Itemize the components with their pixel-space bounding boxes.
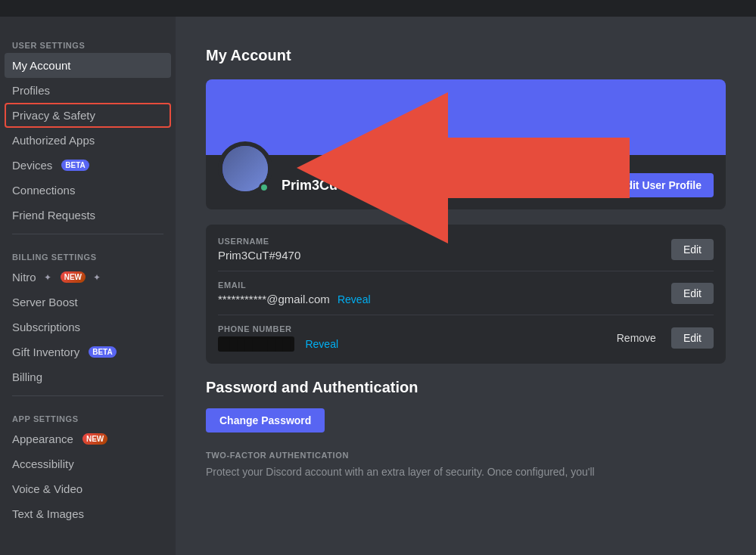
phone-reveal-link[interactable]: Reveal [305, 338, 338, 350]
email-hidden-text: *********** [218, 293, 266, 305]
sidebar-item-label: Voice & Video [12, 482, 82, 495]
phone-row: PHONE NUMBER █████████ Reveal Remove Edi… [218, 315, 714, 352]
sidebar-item-label: Friend Requests [12, 209, 95, 222]
sidebar-item-label: Connections [12, 184, 75, 197]
sidebar-item-nitro[interactable]: Nitro ✦ NEW ✦ [5, 265, 171, 290]
username-info-left: USERNAME Prim3CuT#9470 [218, 237, 671, 262]
username-value: Prim3CuT#9470 [218, 249, 671, 262]
password-section-title: Password and Authentication [206, 379, 726, 396]
sidebar-item-text-images[interactable]: Text & Images [5, 501, 171, 526]
sidebar-item-voice-video[interactable]: Voice & Video [5, 476, 171, 501]
username-options-dots[interactable]: ••• [390, 178, 404, 194]
sidebar-item-label: Devices [12, 159, 52, 172]
sidebar-item-my-account[interactable]: My Account [5, 53, 171, 78]
gift-inventory-beta-badge: BETA [89, 346, 116, 358]
sidebar-divider-1 [12, 234, 163, 234]
phone-hidden-text: █████████ [218, 336, 294, 352]
sidebar-item-profiles[interactable]: Profiles [5, 78, 171, 103]
sparkle-icon-2: ✦ [93, 272, 101, 283]
sidebar-item-billing[interactable]: Billing [5, 364, 171, 389]
change-password-button[interactable]: Change Password [206, 408, 325, 433]
avatar-container [218, 141, 272, 196]
sidebar-item-subscriptions[interactable]: Subscriptions [5, 315, 171, 340]
sparkle-icon: ✦ [44, 272, 51, 283]
username-row: USERNAME Prim3CuT#9470 Edit [218, 237, 714, 271]
sidebar-item-accessibility[interactable]: Accessibility [5, 451, 171, 476]
billing-settings-label: Billing Settings [5, 240, 171, 265]
email-suffix: @gmail.com [266, 293, 330, 305]
email-value: ***********@gmail.com Reveal [218, 293, 671, 305]
nitro-new-badge: NEW [61, 271, 86, 283]
appearance-new-badge: NEW [82, 433, 107, 445]
sidebar-item-label: Server Boost [12, 296, 78, 309]
password-section: Password and Authentication Change Passw… [206, 379, 726, 480]
sidebar-item-label: My Account [12, 59, 71, 72]
phone-label: PHONE NUMBER [218, 324, 608, 333]
email-label: EMAIL [218, 281, 671, 290]
sidebar-item-label: Text & Images [12, 507, 84, 520]
profile-header: Prim3CuT#9470 ••• Edit User Profile [218, 167, 714, 197]
username-label: USERNAME [218, 237, 671, 246]
sidebar-item-label: Nitro [12, 271, 36, 284]
sidebar-item-server-boost[interactable]: Server Boost [5, 290, 171, 315]
username-text: Prim3CuT#9470 [282, 178, 384, 194]
email-info-left: EMAIL ***********@gmail.com Reveal [218, 281, 671, 305]
sidebar: User Settings My Account Profiles Privac… [0, 17, 176, 555]
email-edit-button[interactable]: Edit [671, 283, 714, 304]
edit-profile-button[interactable]: Edit User Profile [607, 173, 714, 197]
sidebar-item-label: Billing [12, 371, 42, 383]
online-status-dot [259, 182, 269, 193]
two-factor-label: TWO-FACTOR AUTHENTICATION [206, 451, 726, 460]
sidebar-item-privacy-safety[interactable]: Privacy & Safety [5, 103, 171, 128]
phone-remove-button[interactable]: Remove [608, 327, 665, 349]
main-content: My Account Prim3CuT#9470 ••• [176, 17, 756, 555]
sidebar-item-appearance[interactable]: Appearance NEW [5, 426, 171, 451]
sidebar-item-label: Appearance [12, 433, 73, 445]
sidebar-item-connections[interactable]: Connections [5, 178, 171, 203]
sidebar-divider-2 [12, 395, 163, 396]
username-actions: Edit [671, 239, 714, 260]
email-reveal-link[interactable]: Reveal [338, 293, 371, 305]
sidebar-item-label: Accessibility [12, 457, 74, 470]
phone-value: █████████ Reveal [218, 336, 608, 352]
devices-beta-badge: BETA [61, 160, 89, 171]
username-display: Prim3CuT#9470 ••• [282, 178, 598, 194]
user-settings-label: User Settings [5, 29, 171, 53]
username-area: Prim3CuT#9470 ••• [282, 172, 598, 194]
profile-card: Prim3CuT#9470 ••• Edit User Profile [206, 155, 726, 209]
sidebar-item-label: Gift Inventory [12, 346, 79, 358]
page-title: My Account [206, 47, 726, 64]
sidebar-item-authorized-apps[interactable]: Authorized Apps [5, 128, 171, 153]
sidebar-item-label: Subscriptions [12, 321, 80, 333]
profile-banner [206, 79, 726, 155]
two-factor-desc: Protect your Discord account with an ext… [206, 464, 726, 480]
sidebar-item-devices[interactable]: Devices BETA [5, 153, 171, 178]
app-settings-label: App Settings [5, 402, 171, 426]
email-row: EMAIL ***********@gmail.com Reveal Edit [218, 271, 714, 315]
phone-actions: Remove Edit [608, 327, 714, 349]
sidebar-item-label: Privacy & Safety [12, 109, 95, 122]
phone-info-left: PHONE NUMBER █████████ Reveal [218, 324, 608, 352]
phone-edit-button[interactable]: Edit [671, 327, 714, 349]
sidebar-item-label: Authorized Apps [12, 134, 95, 147]
top-bar [0, 0, 756, 17]
account-info-section: USERNAME Prim3CuT#9470 Edit EMAIL ******… [206, 225, 726, 364]
username-edit-button[interactable]: Edit [671, 239, 714, 260]
sidebar-item-label: Profiles [12, 84, 50, 97]
sidebar-item-gift-inventory[interactable]: Gift Inventory BETA [5, 340, 171, 364]
email-actions: Edit [671, 283, 714, 304]
sidebar-item-friend-requests[interactable]: Friend Requests [5, 203, 171, 228]
